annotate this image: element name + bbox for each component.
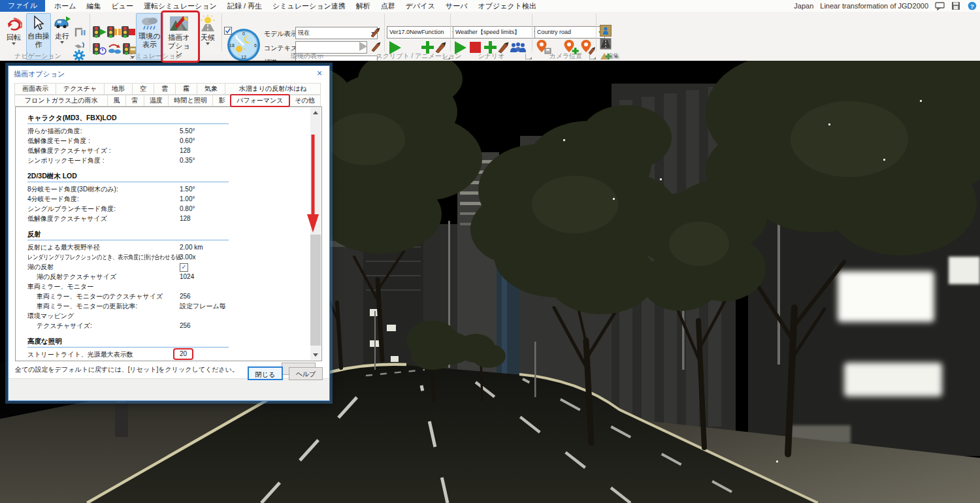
group-label-navigation: ナビゲーション (14, 52, 61, 61)
script-launcher-icon[interactable] (444, 54, 449, 59)
section-header: 2D/3D樹木 LOD (27, 172, 229, 182)
tab-puddle-reflection[interactable]: 水溜まりの反射/水はね (225, 83, 321, 95)
menu-record-replay[interactable]: 記録 / 再生 (222, 1, 267, 12)
section-tree-lod: 2D/3D樹木 LOD 8分岐モード角度(3D樹木のみ):1.50° 4分岐モー… (27, 172, 310, 223)
tab-weather[interactable]: 気象 (197, 83, 225, 95)
menu-sim-link[interactable]: シミュレーション連携 (267, 1, 351, 12)
help-button[interactable]: ヘルプ (289, 367, 323, 380)
tab-fog[interactable]: 霧 (175, 83, 197, 95)
group-label-simulation: シミュレーション (129, 52, 182, 61)
tab-temperature[interactable]: 温度 (144, 95, 169, 106)
svg-text:6: 6 (254, 43, 257, 48)
rain-cloud-icon (137, 15, 163, 32)
menu-point-cloud[interactable]: 点群 (376, 1, 400, 12)
menu-analysis[interactable]: 解析 (351, 1, 376, 12)
drawing-options-dialog: 描画オプション × 画面表示 テクスチャ 地形 空 雲 霧 気象 水溜まりの反射… (8, 65, 330, 401)
tab-wind[interactable]: 風 (107, 95, 126, 106)
section-character-lod: キャラクタ(MD3、FBX)LOD 滑らか描画の角度:5.50° 低解像度モード… (27, 114, 310, 165)
camera-launcher-icon[interactable] (589, 54, 595, 59)
rotate-caret[interactable] (12, 42, 16, 45)
time-clock-widget[interactable]: 0 6 12 18 (226, 27, 261, 65)
traffic-flow-icon[interactable] (107, 43, 122, 57)
context-play-icon[interactable] (358, 41, 368, 54)
dialog-title: 描画オプション (14, 69, 65, 79)
tab-cloud[interactable]: 雲 (154, 83, 176, 95)
tab-time-lighting[interactable]: 時間と照明 (168, 95, 213, 106)
weather-caret[interactable] (206, 42, 210, 45)
tab-windshield-rain[interactable]: フロントガラス上の雨水 (14, 95, 108, 106)
traffic-stop-icon[interactable] (122, 26, 129, 40)
cursor-icon (27, 15, 50, 32)
scrollbar-down-icon[interactable] (310, 350, 321, 360)
road-edit-icon[interactable] (600, 38, 612, 52)
tab-sky[interactable]: 空 (132, 83, 154, 95)
signal-control-icon[interactable] (73, 26, 86, 39)
tab-other[interactable]: その他 (289, 95, 321, 106)
scenario-select[interactable]: Weather【speed limits】 (453, 26, 540, 39)
dialog-content: キャラクタ(MD3、FBX)LOD 滑らか描画の角度:5.50° 低解像度モード… (15, 106, 322, 361)
traffic-start-icon[interactable] (93, 26, 100, 40)
scrollbar[interactable] (310, 108, 321, 360)
menu-device[interactable]: デバイス (400, 1, 440, 12)
traffic-timer-icon[interactable] (93, 43, 100, 57)
menu-object-detect[interactable]: オブジェクト検出 (472, 1, 542, 12)
dialog-titlebar[interactable]: 描画オプション × (8, 66, 329, 82)
menu-file[interactable]: ファイル (0, 0, 45, 12)
drawing-options-icon (164, 15, 194, 33)
reset-note: 全ての設定をデフォルトに戻すには、[リセット]をクリックしてください。 (15, 365, 238, 374)
tab-terrain[interactable]: 地形 (104, 83, 133, 95)
svg-text:12: 12 (241, 55, 246, 59)
tab-shadow[interactable]: 影 (212, 95, 231, 106)
lit-window-panel (838, 271, 934, 322)
scenario-play-icon[interactable] (453, 41, 468, 57)
model-display-select[interactable]: 現在 (295, 27, 378, 39)
menu-server[interactable]: サーバ (440, 1, 473, 12)
setting-row: レンダリングリフレクションのとき、表示角度に掛け合わせる値:3.00x (27, 252, 310, 262)
sun-road-icon (197, 15, 219, 33)
help-icon[interactable]: ? (968, 1, 977, 10)
close-icon[interactable]: × (310, 66, 329, 81)
drive-caret[interactable] (60, 41, 64, 44)
menu-edit[interactable]: 編集 (82, 1, 106, 12)
car-icon (52, 15, 73, 32)
tab-screen-display[interactable]: 画面表示 (14, 83, 56, 95)
setting-row: 低解像度テクスチャサイズ :128 (27, 146, 310, 155)
svg-text:18: 18 (229, 43, 235, 48)
ribbon-toolbar: 回転 自由操作 走行 ナビゲーション (0, 12, 980, 61)
section-header: 高度な照明 (27, 337, 229, 348)
scenario-launcher-icon[interactable] (525, 54, 531, 59)
group-label-edit: 編集 (606, 52, 619, 61)
close-button[interactable]: 閉じる (248, 366, 283, 380)
setting-row: 低解像度テクスチャサイズ128 (27, 214, 310, 223)
setting-row: シングルブランチモード角度:0.80° (27, 204, 310, 214)
lake-reflection-checkbox[interactable]: ✓ (180, 263, 188, 272)
scrollbar-thumb[interactable] (310, 235, 321, 346)
dialog-footer (8, 378, 329, 400)
setting-row: 環境マッピング (27, 311, 310, 321)
tab-texture[interactable]: テクスチャ (56, 83, 105, 95)
streetlight-max-value[interactable]: 20 (173, 348, 193, 360)
weather-button[interactable]: 天候 (196, 13, 220, 60)
setting-row: 滑らか描画の角度:5.50° (27, 126, 310, 136)
setting-row: 反射による最大視野半径2.00 km (27, 242, 310, 252)
menu-home[interactable]: ホーム (49, 1, 82, 12)
section-advanced-lighting: 高度な照明 ストリートライト、光源最大表示数20 (27, 337, 310, 359)
model-edit-pencil-icon[interactable] (369, 26, 381, 41)
group-label-env-display: 環境の表示 (291, 52, 323, 61)
tab-performance[interactable]: パフォーマンス (231, 95, 289, 106)
setting-row: 湖の反射テクスチャサイズ1024 (27, 272, 310, 282)
save-icon[interactable] (951, 1, 961, 10)
setting-row-streetlight-max: ストリートライト、光源最大表示数20 (27, 349, 310, 359)
scenario-actors-icon[interactable] (510, 42, 527, 56)
menu-driving-sim[interactable]: 運転シミュレーション (139, 1, 222, 12)
scrollbar-up-icon[interactable] (310, 108, 321, 118)
script-select[interactable]: Ver17.0NewFunction (387, 26, 459, 39)
camera-select[interactable]: Country road (534, 26, 605, 39)
section-header: キャラクタ(MD3、FBX)LOD (27, 114, 229, 124)
feedback-icon[interactable] (935, 1, 945, 10)
svg-text:?: ? (970, 3, 974, 10)
tab-thunder[interactable]: 雷 (125, 95, 144, 106)
traffic-pause-icon[interactable] (107, 26, 114, 40)
texture-edit-icon[interactable] (600, 25, 612, 39)
menu-view[interactable]: ビュー (106, 1, 139, 12)
